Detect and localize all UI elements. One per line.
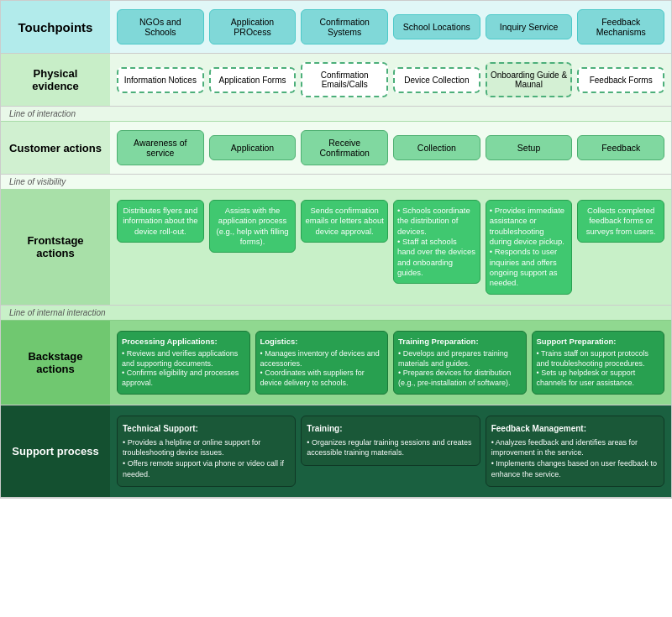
sp-text-1: • Organizes regular training sessions an… (307, 437, 474, 458)
sp-item-1: Training: • Organizes regular training s… (301, 416, 480, 466)
touchpoints-content: NGOs and Schools Application PROcess Con… (110, 1, 671, 53)
bs-item-3: Support Preparation: • Trains staff on s… (532, 331, 665, 395)
bs-item-2: Training Preparation: • Develops and pre… (393, 331, 527, 395)
pe-item-5: Feedback Forms (577, 67, 664, 93)
support-process-label: Support process (1, 405, 110, 497)
sp-title-0: Technical Support: (123, 423, 290, 435)
ca-item-3: Collection (393, 135, 480, 160)
fs-item-0: Distributes flyers and information about… (117, 200, 204, 243)
service-blueprint-diagram: Touchpoints NGOs and Schools Application… (0, 0, 672, 499)
fs-item-2: Sends confirmation emails or letters abo… (301, 200, 388, 243)
ca-item-2: Receive Confirmation (301, 130, 388, 165)
frontstage-label-text: Frontstage actions (9, 234, 102, 259)
backstage-content: Processing Applications: • Reviews and v… (110, 321, 671, 405)
backstage-label-text: Backstage actions (9, 350, 102, 375)
physical-evidence-row: Physical evidence Information Notices Ap… (1, 54, 671, 107)
sp-item-0: Technical Support: • Provides a helpline… (117, 416, 296, 487)
pe-item-4: Onboarding Guide & Maunal (486, 62, 573, 97)
tp-item-2: Confirmation Systems (301, 9, 388, 44)
visibility-line-label: Line of visibility (9, 177, 66, 186)
sp-title-2: Feedback Management: (491, 423, 659, 435)
bs-text-2: • Develops and prepares training materia… (398, 349, 522, 389)
sp-text-2: • Analyzes feedback and identifies areas… (491, 437, 659, 479)
interaction-line-label: Line of interaction (9, 109, 76, 118)
bs-text-3: • Trains staff on support protocols and … (537, 349, 660, 389)
fs-item-5: Collects completed feedback forms or sur… (577, 200, 664, 243)
bs-title-3: Support Preparation: (537, 337, 660, 347)
tp-item-0: NGOs and Schools (117, 9, 204, 44)
ca-item-0: Awareness of service (117, 130, 204, 165)
bs-item-1: Logistics: • Manages inventory of device… (255, 331, 389, 395)
fs-item-4: • Provides immediate assistance or troub… (486, 200, 573, 295)
fs-item-3: • Schools coordinate the distribution of… (393, 200, 480, 284)
physical-content: Information Notices Application Forms Co… (110, 54, 671, 106)
bs-text-0: • Reviews and verifies applications and … (122, 349, 245, 389)
tp-item-1: Application PROcess (209, 9, 297, 44)
line-of-interaction: Line of interaction (1, 107, 671, 122)
support-label-text: Support process (12, 445, 98, 458)
frontstage-actions-label: Frontstage actions (1, 190, 110, 305)
pe-item-2: Confirmation Emails/Calls (301, 62, 388, 97)
customer-actions-row: Customer actions Awareness of service Ap… (1, 122, 671, 175)
support-process-row: Support process Technical Support: • Pro… (1, 405, 671, 498)
physical-evidence-label: Physical evidence (1, 54, 110, 106)
bs-title-2: Training Preparation: (398, 337, 522, 347)
sp-title-1: Training: (307, 423, 474, 435)
sp-text-0: • Provides a helpline or online support … (123, 437, 290, 479)
bs-text-1: • Manages inventory of devices and acces… (260, 349, 384, 389)
sp-item-2: Feedback Management: • Analyzes feedback… (486, 416, 664, 487)
line-of-visibility: Line of visibility (1, 175, 671, 190)
ca-item-1: Application (209, 135, 297, 160)
internal-line-label: Line of internal interaction (9, 308, 106, 317)
pe-item-0: Information Notices (117, 67, 204, 93)
customer-content: Awareness of service Application Receive… (110, 122, 671, 174)
touchpoints-row: Touchpoints NGOs and Schools Application… (1, 1, 671, 54)
pe-item-3: Device Collection (393, 67, 480, 93)
bs-title-1: Logistics: (260, 337, 384, 347)
tp-item-4: Inquiry Service (486, 14, 573, 39)
ca-item-5: Feedback (577, 135, 664, 160)
customer-label-text: Customer actions (9, 142, 102, 154)
ca-item-4: Setup (486, 135, 573, 160)
bs-item-0: Processing Applications: • Reviews and v… (117, 331, 250, 395)
backstage-actions-label: Backstage actions (1, 321, 110, 405)
tp-item-5: Feedback Mechanisms (577, 9, 664, 44)
fs-item-1: Assists with the application process (e.… (209, 200, 297, 253)
line-of-internal-interaction: Line of internal interaction (1, 306, 671, 321)
customer-actions-label: Customer actions (1, 122, 110, 174)
backstage-actions-row: Backstage actions Processing Application… (1, 321, 671, 405)
physical-label-text: Physical evidence (9, 67, 102, 92)
touchpoints-label: Touchpoints (1, 1, 110, 53)
touchpoints-label-text: Touchpoints (18, 20, 93, 34)
frontstage-content: Distributes flyers and information about… (110, 190, 671, 305)
pe-item-1: Application Forms (209, 67, 297, 93)
bs-title-0: Processing Applications: (122, 337, 245, 347)
support-content: Technical Support: • Provides a helpline… (110, 405, 671, 497)
frontstage-actions-row: Frontstage actions Distributes flyers an… (1, 190, 671, 306)
tp-item-3: School Locations (393, 14, 480, 39)
